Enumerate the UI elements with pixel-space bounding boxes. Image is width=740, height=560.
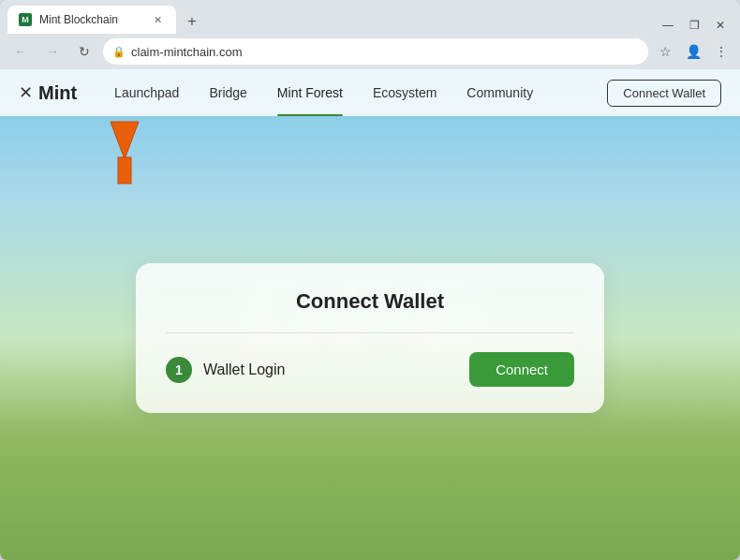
nav-link-launchpad[interactable]: Launchpad	[99, 69, 194, 116]
wallet-card-title: Connect Wallet	[166, 289, 574, 314]
browser-window: M Mint Blockchain ✕ + — ❐ ✕ ← → ↻ 🔒 clai…	[0, 0, 740, 560]
nav-link-bridge[interactable]: Bridge	[194, 69, 261, 116]
wallet-login-label: Wallet Login	[203, 361, 285, 378]
tab-favicon: M	[19, 13, 32, 26]
profile-button[interactable]: 👤	[682, 40, 704, 63]
top-chrome: M Mint Blockchain ✕ + — ❐ ✕ ← → ↻ 🔒 clai…	[0, 0, 740, 69]
wallet-login-row: 1 Wallet Login Connect	[166, 352, 574, 387]
site-nav-links: Launchpad Bridge Mint Forest Ecosystem C…	[99, 69, 721, 116]
logo-icon: ✕	[19, 82, 33, 103]
address-bar-row: ← → ↻ 🔒 claim-mintchain.com ☆ 👤 ⋮	[0, 34, 740, 69]
menu-button[interactable]: ⋮	[710, 40, 733, 63]
wallet-login-left: 1 Wallet Login	[166, 357, 285, 383]
new-tab-button[interactable]: +	[180, 9, 204, 34]
bookmark-button[interactable]: ☆	[654, 40, 676, 63]
window-minimize-button[interactable]: —	[656, 17, 680, 34]
card-divider	[166, 332, 574, 333]
connect-button[interactable]: Connect	[469, 352, 574, 387]
nav-link-ecosystem[interactable]: Ecosystem	[358, 69, 451, 116]
connect-wallet-nav-button[interactable]: Connect Wallet	[607, 80, 721, 107]
forward-button[interactable]: →	[39, 38, 66, 65]
wallet-card: Connect Wallet 1 Wallet Login Connect	[136, 263, 604, 413]
site-logo[interactable]: ✕ Mint	[19, 82, 77, 104]
window-close-button[interactable]: ✕	[708, 17, 733, 34]
reload-button[interactable]: ↻	[71, 38, 97, 65]
logo-text: Mint	[38, 82, 77, 104]
address-bar[interactable]: 🔒 claim-mintchain.com	[103, 38, 648, 65]
browser-tab[interactable]: M Mint Blockchain ✕	[7, 6, 176, 34]
back-button[interactable]: ←	[7, 38, 34, 65]
site-navbar: ✕ Mint Launchpad Bridge Mint Forest Ecos…	[0, 69, 740, 116]
main-content: Connect Wallet 1 Wallet Login Connect	[0, 116, 740, 560]
website-content: DPE ✕ Mint Launchpad Bridge Mint Forest …	[0, 69, 740, 560]
nav-link-mint-forest[interactable]: Mint Forest	[262, 69, 358, 116]
url-text: claim-mintchain.com	[131, 45, 639, 59]
step-badge: 1	[166, 357, 192, 383]
lock-icon: 🔒	[112, 46, 126, 58]
tabs-row: M Mint Blockchain ✕ + — ❐ ✕	[0, 0, 740, 34]
nav-link-community[interactable]: Community	[451, 69, 548, 116]
window-maximize-button[interactable]: ❐	[682, 17, 706, 34]
tab-close-button[interactable]: ✕	[150, 12, 165, 27]
window-controls: — ❐ ✕	[656, 17, 733, 34]
tab-title: Mint Blockchain	[39, 13, 118, 26]
